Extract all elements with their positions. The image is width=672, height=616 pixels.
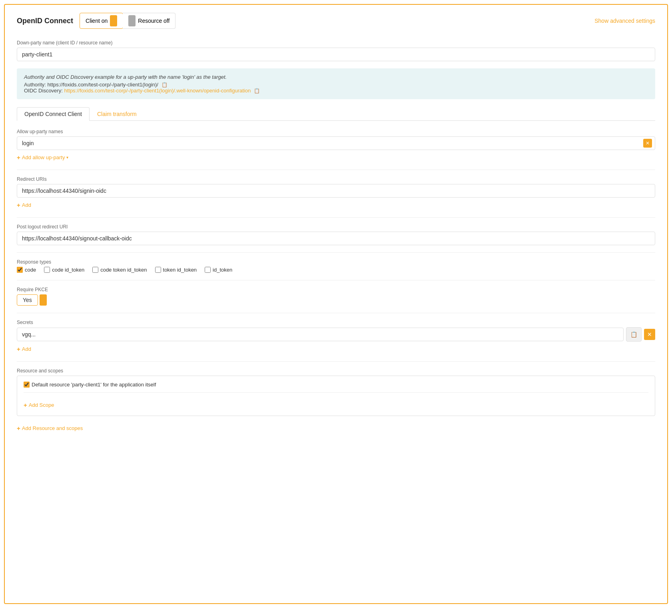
app-title: OpenID Connect — [17, 17, 73, 25]
show-advanced-button[interactable]: Show advanced settings — [594, 18, 655, 24]
redirect-uri-input[interactable] — [17, 184, 655, 198]
post-logout-label: Post logout redirect URI — [17, 224, 655, 230]
response-type-code-token-id-token-checkbox[interactable] — [92, 267, 98, 273]
secrets-input[interactable] — [17, 328, 624, 341]
default-resource-label: Default resource 'party-client1' for the… — [32, 382, 156, 388]
tab-claim-transform[interactable]: Claim transform — [90, 107, 144, 120]
resource-scopes-box: Default resource 'party-client1' for the… — [17, 376, 655, 416]
response-type-id-token[interactable]: id_token — [205, 267, 232, 273]
response-type-code-label: code — [25, 267, 36, 273]
add-allow-up-party-label: Add allow up-party — [22, 154, 65, 160]
tab-openid-connect-client[interactable]: OpenID Connect Client — [17, 107, 90, 121]
add-scope-button[interactable]: + Add Scope — [24, 400, 54, 410]
allow-up-party-section: Allow up-party names ✕ + Add allow up-pa… — [17, 129, 655, 162]
add-resource-button[interactable]: + Add Resource and scopes — [17, 423, 83, 433]
down-party-input[interactable] — [17, 48, 655, 61]
secrets-input-wrapper: 📋 ✕ — [17, 327, 655, 342]
toggle-group: Client on Resource off — [80, 13, 175, 29]
secrets-label: Secrets — [17, 320, 655, 325]
chevron-down-icon: ▾ — [66, 155, 68, 160]
tabs: OpenID Connect Client Claim transform — [17, 107, 655, 121]
add-redirect-uri-label: Add — [22, 202, 31, 208]
secrets-clear-button[interactable]: ✕ — [644, 329, 655, 340]
client-toggle-label: Client on — [86, 18, 108, 24]
divider-6 — [17, 361, 655, 362]
response-types-section: Response types code code id_token code t… — [17, 259, 655, 273]
add-secret-button[interactable]: + Add — [17, 344, 31, 354]
response-type-token-id-token-label: token id_token — [163, 267, 197, 273]
response-type-code-checkbox[interactable] — [17, 267, 23, 273]
down-party-section: Down-party name (client ID / resource na… — [17, 40, 655, 61]
close-icon: ✕ — [647, 331, 652, 338]
header: OpenID Connect Client on Resource off Sh… — [17, 13, 655, 29]
response-type-token-id-token-checkbox[interactable] — [155, 267, 161, 273]
secrets-section: Secrets 📋 ✕ + Add — [17, 320, 655, 354]
add-resource-label: Add Resource and scopes — [22, 425, 83, 431]
oidc-label: OIDC Discovery: — [24, 88, 63, 94]
allow-up-party-input[interactable] — [17, 136, 655, 150]
response-type-code-id-token-label: code id_token — [52, 267, 84, 273]
divider-4 — [17, 280, 655, 280]
response-types-label: Response types — [17, 259, 655, 265]
oidc-copy-icon[interactable]: 📋 — [254, 88, 260, 94]
require-pkce-toggle: Yes — [17, 294, 655, 306]
allow-up-party-clear-button[interactable]: ✕ — [643, 139, 652, 148]
default-resource-checkbox[interactable] — [24, 382, 30, 388]
client-slider-on — [110, 15, 117, 26]
response-type-code-token-id-token[interactable]: code token id_token — [92, 267, 147, 273]
plus-icon: + — [17, 154, 20, 161]
main-container: OpenID Connect Client on Resource off Sh… — [4, 4, 668, 604]
copy-icon: 📋 — [630, 331, 637, 338]
resource-toggle-label: Resource off — [138, 18, 169, 24]
response-type-code-id-token-checkbox[interactable] — [44, 267, 50, 273]
divider-3 — [17, 252, 655, 253]
info-box: Authority and OIDC Discovery example for… — [17, 68, 655, 99]
response-type-code-token-id-token-label: code token id_token — [100, 267, 147, 273]
redirect-uris-section: Redirect URIs + Add — [17, 176, 655, 210]
plus-icon-4: + — [24, 402, 27, 408]
add-redirect-uri-button[interactable]: + Add — [17, 200, 31, 210]
default-resource-checkbox-item[interactable]: Default resource 'party-client1' for the… — [24, 382, 648, 388]
divider-inner — [24, 392, 648, 393]
divider-1 — [17, 170, 655, 170]
allow-up-party-label: Allow up-party names — [17, 129, 655, 134]
client-toggle[interactable]: Client on — [80, 13, 123, 29]
authority-label: Authority: — [24, 82, 46, 88]
resource-slider-off — [128, 15, 136, 26]
require-pkce-section: Require PKCE Yes — [17, 287, 655, 306]
plus-icon-2: + — [17, 202, 20, 208]
allow-up-party-input-wrapper: ✕ — [17, 136, 655, 150]
oidc-line: OIDC Discovery: https://foxids.com/test-… — [24, 88, 648, 94]
post-logout-section: Post logout redirect URI — [17, 224, 655, 245]
response-types-group: code code id_token code token id_token t… — [17, 267, 655, 273]
response-type-code[interactable]: code — [17, 267, 36, 273]
redirect-uris-label: Redirect URIs — [17, 176, 655, 182]
divider-2 — [17, 217, 655, 218]
authority-url: https://foxids.com/test-corp/-/party-cli… — [48, 82, 158, 88]
add-secret-label: Add — [22, 346, 31, 352]
add-scope-label: Add Scope — [29, 402, 54, 408]
info-italic: Authority and OIDC Discovery example for… — [24, 74, 648, 80]
response-type-token-id-token[interactable]: token id_token — [155, 267, 197, 273]
plus-icon-3: + — [17, 346, 20, 352]
header-left: OpenID Connect Client on Resource off — [17, 13, 175, 29]
authority-line: Authority: https://foxids.com/test-corp/… — [24, 82, 648, 88]
pkce-yes-button[interactable]: Yes — [17, 294, 38, 306]
add-allow-up-party-button[interactable]: + Add allow up-party ▾ — [17, 152, 68, 162]
pkce-slider — [40, 294, 47, 306]
response-type-id-token-label: id_token — [213, 267, 232, 273]
response-type-id-token-checkbox[interactable] — [205, 267, 211, 273]
response-type-code-id-token[interactable]: code id_token — [44, 267, 84, 273]
authority-copy-icon[interactable]: 📋 — [162, 82, 168, 88]
oidc-url[interactable]: https://foxids.com/test-corp/-/party-cli… — [64, 88, 251, 94]
plus-icon-5: + — [17, 425, 20, 432]
secrets-copy-button[interactable]: 📋 — [626, 327, 642, 342]
resource-scopes-section: Resource and scopes Default resource 'pa… — [17, 368, 655, 433]
down-party-label: Down-party name (client ID / resource na… — [17, 40, 655, 46]
post-logout-input[interactable] — [17, 232, 655, 245]
require-pkce-label: Require PKCE — [17, 287, 655, 292]
divider-5 — [17, 313, 655, 313]
resource-toggle[interactable]: Resource off — [123, 13, 175, 29]
resource-scopes-label: Resource and scopes — [17, 368, 655, 374]
